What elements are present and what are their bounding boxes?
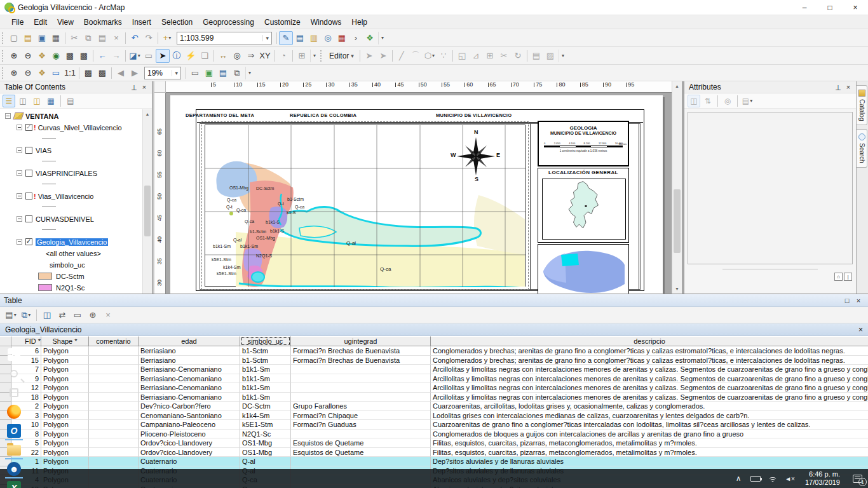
undo-button[interactable]: ↶	[128, 31, 142, 45]
pin-icon[interactable]: ⊤	[833, 83, 843, 92]
edit-tool[interactable]: ➤	[362, 49, 376, 63]
save-button[interactable]: ▣	[35, 31, 49, 45]
collapse-icon[interactable]	[17, 170, 22, 176]
column-header-simbolo-uc[interactable]: simbolo_uc	[240, 336, 291, 346]
print-button[interactable]: ▦	[49, 31, 63, 45]
table-row[interactable]: 18 Polygon Berriasiano-Cenomaniano b1k1-…	[0, 393, 868, 402]
identify-tool[interactable]: ⓘ	[170, 49, 184, 63]
wifi-icon[interactable]	[768, 475, 778, 482]
edit-vertices-button[interactable]: ◱	[455, 49, 469, 63]
redo-button[interactable]: ↷	[142, 31, 156, 45]
legend-swatch[interactable]	[38, 284, 52, 291]
table-row[interactable]: 8 Polygon Plioceno-Pleistoceno N2Q1-Sc C…	[0, 430, 868, 439]
meta-inset-map[interactable]	[538, 244, 629, 294]
table-of-contents-button[interactable]: ▤	[293, 31, 307, 45]
layout-zoom-whole-page[interactable]: ▭	[49, 66, 63, 80]
select-elements-tool[interactable]: ➤	[156, 49, 170, 63]
layout-zoom-combo[interactable]: 19% ▾	[144, 67, 181, 79]
focus-data-frame-button[interactable]: ▣	[202, 66, 216, 80]
find-route-button[interactable]: ⇒	[244, 49, 258, 63]
layout-canvas[interactable]: DEPARTAMENTO DEL META REPUBLICA DE COLOM…	[166, 93, 672, 294]
select-features-tool[interactable]: ◪	[128, 49, 142, 63]
html-popup-tool[interactable]: ❏	[198, 49, 212, 63]
table-tab-label[interactable]: Geologia_Villavicencio	[5, 325, 82, 334]
switch-selection-button[interactable]: ⇄	[55, 308, 69, 322]
toolbar-overflow-icon[interactable]: ▾	[245, 67, 254, 79]
table-row[interactable]: 12 Polygon Berriasiano-Cenomaniano b1k1-…	[0, 383, 868, 393]
layout-fixed-zoom-out[interactable]: ▩	[95, 66, 109, 80]
toc-layer-vias-villavicencio[interactable]: ! Vias_Villavicencio	[0, 191, 142, 201]
excel-icon[interactable]: X	[0, 478, 28, 488]
tray-chevron-icon[interactable]: ∧	[730, 474, 747, 483]
toc-group-ventana[interactable]: VENTANA	[0, 111, 142, 121]
sort-icon[interactable]: ⇅	[702, 95, 714, 107]
map-scale-combo[interactable]: 1:103.599 ▾	[177, 32, 272, 44]
list-by-drawing-order-button[interactable]: ☰	[3, 95, 15, 107]
scroll-up-icon[interactable]: ▲	[143, 109, 152, 119]
table-options-button[interactable]: ▤	[4, 308, 18, 322]
zoom-out-tool[interactable]: ⊖	[21, 49, 35, 63]
layer-checkbox[interactable]	[25, 147, 32, 154]
delete-button[interactable]: ×	[109, 31, 123, 45]
layer-checkbox[interactable]	[25, 124, 32, 131]
collapse-icon[interactable]	[5, 113, 11, 119]
python-button[interactable]: ›	[349, 31, 363, 45]
task-view-button[interactable]	[0, 383, 28, 402]
clear-selected-features-button[interactable]: ▭	[142, 49, 156, 63]
attributes-content[interactable]	[688, 112, 853, 264]
point-construction-tool[interactable]: ∵	[437, 49, 451, 63]
layout-pan[interactable]: ❖	[35, 66, 49, 80]
toc-layer-vias[interactable]: VIAS	[0, 146, 142, 155]
toc-legend-item[interactable]: DC-Sctm	[0, 271, 142, 281]
close-icon[interactable]: ×	[843, 83, 853, 91]
cut-polygons-button[interactable]: ⊞	[483, 49, 497, 63]
column-header-descripcio[interactable]: descripcio	[431, 336, 868, 346]
menu-item[interactable]: Help	[346, 17, 372, 28]
toolbar-overflow-icon[interactable]: ▾	[378, 32, 386, 44]
taskbar-search-button[interactable]	[0, 364, 28, 383]
toggle-draft-mode-button[interactable]: ▭	[188, 66, 202, 80]
table-row[interactable]: 6 Polygon Berriasiano b1-Sctm Formaci?n …	[0, 346, 868, 356]
scroll-up-icon[interactable]: ▲	[672, 81, 682, 91]
split-tool[interactable]: ✂	[497, 49, 511, 63]
layout-forward-extent[interactable]: ▶	[128, 66, 142, 80]
chevron-down-icon[interactable]: ▾	[262, 35, 269, 41]
toc-options-button[interactable]: ▤	[64, 95, 77, 107]
menu-item[interactable]: Customize	[259, 17, 306, 28]
pan-tool[interactable]: ❖	[35, 49, 49, 63]
cursor-icon[interactable]: |	[844, 273, 852, 281]
table-row[interactable]: 1 Polygon Cuaternario Q-al Dep?sitos alu…	[0, 457, 868, 466]
close-button[interactable]: ×	[843, 0, 868, 15]
attributes-options-icon[interactable]: ▤	[741, 95, 754, 107]
outlook-icon[interactable]: O	[0, 421, 28, 440]
straight-segment-tool[interactable]: ╱	[395, 49, 409, 63]
layout-back-extent[interactable]: ◀	[114, 66, 128, 80]
modelbuilder-button[interactable]: ❖	[363, 31, 377, 45]
toc-layer-geologia-villavicencio[interactable]: Geologia_Villavicencio	[0, 237, 142, 247]
table-row[interactable]: 22 Polygon Ordov?cico-Llandovery OS1-Mbg…	[0, 448, 868, 458]
toc-layer-curvas-nivel[interactable]: ! Curvas_Nivel_Villavicencio	[0, 123, 142, 132]
menu-item[interactable]: Selection	[156, 17, 198, 28]
time-slider-button[interactable]: ◔	[276, 49, 290, 63]
auto-apply-icon[interactable]: ⌂	[834, 273, 843, 281]
toc-legend-field[interactable]: simbolo_uc	[0, 260, 142, 269]
full-extent-button[interactable]: ◉	[49, 49, 63, 63]
layer-checkbox[interactable]	[25, 215, 32, 222]
menu-item[interactable]: Windows	[306, 17, 347, 28]
chevron-down-icon[interactable]: ▾	[172, 70, 178, 76]
minimize-button[interactable]: –	[792, 0, 817, 15]
data-driven-pages-button[interactable]: ⧉	[230, 66, 244, 80]
tab-catalog[interactable]: Catalog	[857, 85, 867, 125]
go-to-xy-button[interactable]: XY	[258, 49, 272, 63]
viewer-window-button[interactable]: ⊞	[295, 49, 309, 63]
delete-selected-button[interactable]: ×	[101, 308, 115, 322]
column-header-comentario[interactable]: comentario	[89, 336, 139, 346]
new-map-button[interactable]: ▢	[7, 31, 21, 45]
tab-search[interactable]: Search	[857, 129, 867, 168]
zoom-in-tool[interactable]: ⊕	[7, 49, 21, 63]
clear-selection-button[interactable]: ▭	[71, 308, 85, 322]
menu-item[interactable]: Insert	[127, 17, 156, 28]
column-header-shape[interactable]: Shape *	[41, 336, 89, 346]
list-by-source-button[interactable]: ◫	[17, 95, 29, 107]
skype-business-icon[interactable]: ☻	[0, 459, 28, 478]
